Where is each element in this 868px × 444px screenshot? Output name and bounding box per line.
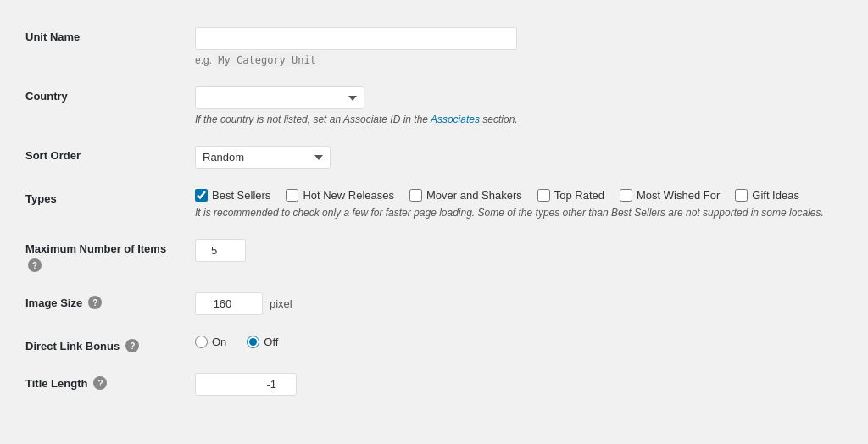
mover-shakers-label[interactable]: Mover and Shakers: [426, 189, 522, 202]
most-wished-for-checkbox[interactable]: [620, 189, 632, 202]
image-size-help-icon[interactable]: ?: [88, 296, 102, 309]
settings-form: Unit Name e.g. My Category Unit Country …: [17, 17, 851, 406]
most-wished-for-label[interactable]: Most Wished For: [637, 189, 720, 202]
type-best-sellers[interactable]: Best Sellers: [195, 189, 270, 202]
title-length-label-container: Title Length ?: [25, 376, 178, 390]
max-items-help-icon[interactable]: ?: [28, 258, 42, 272]
direct-link-off[interactable]: Off: [247, 336, 278, 348]
direct-link-options: On Off: [195, 336, 843, 348]
mover-shakers-checkbox[interactable]: [409, 189, 422, 202]
best-sellers-label[interactable]: Best Sellers: [212, 189, 270, 202]
direct-link-row: Direct Link Bonus ? On Off: [17, 325, 851, 363]
sort-order-label: Sort Order: [25, 149, 81, 162]
image-size-input[interactable]: [195, 292, 263, 315]
unit-name-label: Unit Name: [25, 31, 80, 43]
best-sellers-checkbox[interactable]: [195, 189, 208, 202]
title-length-label: Title Length: [25, 377, 87, 390]
gift-ideas-label[interactable]: Gift Ideas: [752, 189, 799, 202]
hot-new-releases-checkbox[interactable]: [286, 189, 298, 202]
direct-link-on-radio[interactable]: [195, 336, 208, 348]
unit-name-row: Unit Name e.g. My Category Unit: [17, 17, 851, 76]
image-size-row: Image Size ? pixel: [17, 282, 851, 325]
associates-link[interactable]: Associates: [431, 114, 480, 125]
sort-order-row: Sort Order Random Price: Low to High Pri…: [17, 136, 851, 179]
type-hot-new-releases[interactable]: Hot New Releases: [286, 189, 394, 202]
types-hint: It is recommended to check only a few fo…: [195, 207, 843, 219]
unit-name-input[interactable]: [195, 27, 517, 50]
unit-name-example: My Category Unit: [214, 53, 320, 67]
pixel-label: pixel: [270, 297, 292, 310]
image-size-container: pixel: [195, 292, 843, 315]
title-length-row: Title Length ?: [17, 363, 851, 406]
max-items-label: Maximum Number of Items: [25, 242, 166, 255]
image-size-label: Image Size: [25, 297, 82, 309]
hot-new-releases-label[interactable]: Hot New Releases: [303, 189, 394, 202]
country-row: Country United States United Kingdom Ger…: [17, 76, 851, 136]
types-label: Types: [25, 192, 57, 205]
type-top-rated[interactable]: Top Rated: [537, 189, 604, 202]
country-select[interactable]: United States United Kingdom Germany Fra…: [195, 86, 364, 109]
image-size-label-container: Image Size ?: [25, 296, 178, 309]
direct-link-off-radio[interactable]: [247, 336, 259, 348]
type-gift-ideas[interactable]: Gift Ideas: [735, 189, 799, 202]
direct-link-help-icon[interactable]: ?: [125, 339, 139, 352]
type-most-wished-for[interactable]: Most Wished For: [620, 189, 720, 202]
sort-order-select[interactable]: Random Price: Low to High Price: High to…: [195, 146, 331, 169]
title-length-input[interactable]: [195, 373, 297, 396]
title-length-help-icon[interactable]: ?: [93, 376, 107, 390]
country-label: Country: [25, 90, 68, 103]
type-mover-shakers[interactable]: Mover and Shakers: [409, 189, 522, 202]
gift-ideas-checkbox[interactable]: [735, 189, 748, 202]
direct-link-off-label[interactable]: Off: [264, 336, 278, 348]
top-rated-checkbox[interactable]: [537, 189, 550, 202]
max-items-row: Maximum Number of Items ?: [17, 229, 851, 282]
types-row: Types Best Sellers Hot New Releases Move…: [17, 179, 851, 229]
direct-link-on-label[interactable]: On: [212, 336, 226, 348]
country-hint: If the country is not listed, set an Ass…: [195, 114, 843, 125]
direct-link-label-container: Direct Link Bonus ?: [25, 339, 178, 352]
types-container: Best Sellers Hot New Releases Mover and …: [195, 189, 843, 202]
max-items-label-container: Maximum Number of Items ?: [25, 242, 178, 272]
direct-link-on[interactable]: On: [195, 336, 226, 348]
top-rated-label[interactable]: Top Rated: [554, 189, 604, 202]
unit-name-hint: e.g. My Category Unit: [195, 54, 843, 66]
direct-link-label: Direct Link Bonus: [25, 340, 120, 352]
max-items-input[interactable]: [195, 239, 246, 262]
